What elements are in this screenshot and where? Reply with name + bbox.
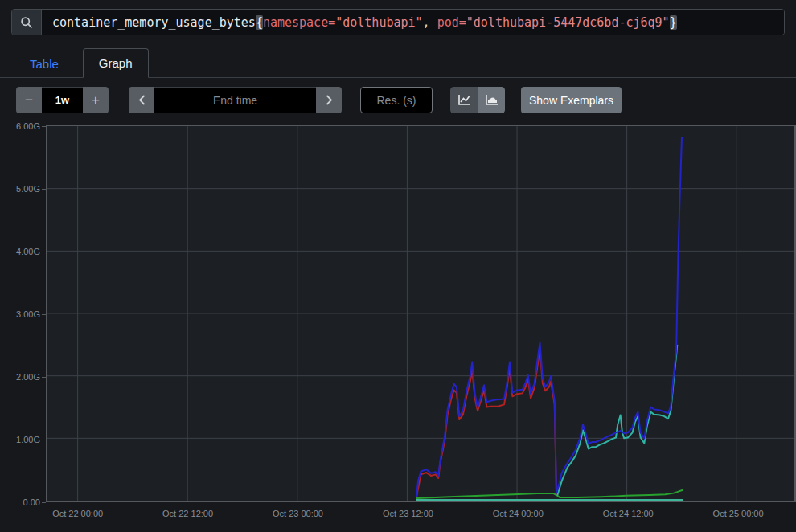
y-axis-label: 5.00G bbox=[2, 184, 40, 194]
query-token-label: namespace bbox=[263, 15, 328, 30]
chart-type-toggle bbox=[450, 87, 505, 113]
range-increase-button[interactable]: + bbox=[83, 87, 109, 113]
query-token-string: "dolthubapi-5447dc6bd-cj6q9" bbox=[466, 15, 670, 30]
stacked-chart-icon bbox=[485, 94, 499, 106]
graph-canvas bbox=[47, 126, 794, 501]
y-axis-tick bbox=[42, 502, 46, 503]
end-time-control-group bbox=[129, 87, 342, 113]
end-time-forward-button[interactable] bbox=[316, 87, 342, 113]
resolution-input[interactable] bbox=[360, 87, 433, 113]
tab-bar: Table Graph bbox=[0, 47, 796, 78]
y-axis-label: 6.00G bbox=[2, 121, 40, 131]
chevron-left-icon bbox=[138, 95, 146, 105]
graph-controls: − + Show Exemplars bbox=[16, 87, 780, 113]
stacked-chart-toggle-button[interactable] bbox=[478, 87, 505, 113]
x-axis-label: Oct 23 00:00 bbox=[261, 509, 334, 518]
query-token-label: pod bbox=[437, 15, 459, 30]
query-token-string: "dolthubapi" bbox=[335, 15, 422, 30]
x-axis-label: Oct 25 00:00 bbox=[702, 509, 774, 518]
x-axis-label: Oct 22 12:00 bbox=[152, 509, 224, 518]
tab-graph[interactable]: Graph bbox=[83, 48, 149, 78]
show-exemplars-button[interactable]: Show Exemplars bbox=[521, 87, 622, 113]
query-token-operator: = bbox=[459, 15, 466, 30]
y-axis-label: 2.00G bbox=[2, 372, 40, 382]
line-chart-toggle-button[interactable] bbox=[450, 87, 478, 113]
query-token-operator: = bbox=[328, 15, 335, 30]
range-decrease-button[interactable]: − bbox=[16, 87, 42, 113]
end-time-input[interactable] bbox=[154, 87, 316, 113]
chevron-right-icon bbox=[326, 95, 333, 105]
plot-area[interactable] bbox=[46, 125, 796, 502]
x-axis-label: Oct 24 12:00 bbox=[592, 509, 664, 518]
y-axis-label: 1.00G bbox=[2, 435, 40, 444]
line-chart-icon bbox=[457, 94, 471, 106]
x-axis-label: Oct 24 00:00 bbox=[482, 509, 554, 518]
y-axis-label: 4.00G bbox=[2, 247, 40, 256]
tab-table[interactable]: Table bbox=[16, 51, 72, 77]
range-input[interactable] bbox=[42, 87, 83, 113]
x-axis-label: Oct 23 12:00 bbox=[371, 509, 444, 518]
query-token-metric: container_memory_usage_bytes bbox=[52, 15, 256, 30]
end-time-back-button[interactable] bbox=[129, 87, 154, 113]
query-expression-input[interactable]: container_memory_usage_bytes{namespace="… bbox=[42, 10, 784, 35]
query-token-bracket: } bbox=[670, 15, 677, 30]
query-bar: container_memory_usage_bytes{namespace="… bbox=[11, 9, 785, 35]
y-axis-label: 0.00 bbox=[2, 497, 40, 507]
x-axis-label: Oct 22 00:00 bbox=[42, 509, 114, 518]
query-token-bracket: { bbox=[256, 15, 263, 30]
search-icon bbox=[12, 10, 42, 35]
range-control-group: − + bbox=[16, 87, 109, 113]
y-axis-label: 3.00G bbox=[2, 309, 40, 319]
query-token-plain: , bbox=[423, 15, 437, 30]
